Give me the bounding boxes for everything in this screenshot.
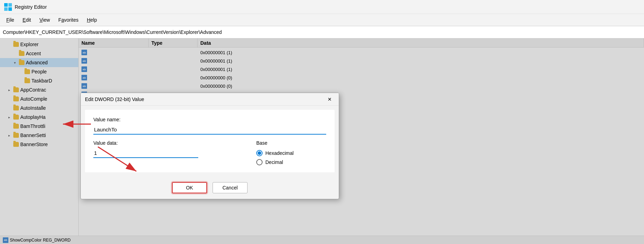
cancel-button[interactable]: Cancel <box>213 182 248 193</box>
dialog-row: Value data: Base Hexadecimal <box>93 140 326 165</box>
dialog-left: Value data: <box>93 140 242 158</box>
radio-group-base: Hexadecimal Decimal <box>256 150 326 165</box>
base-section: Base Hexadecimal Decimal <box>256 140 326 165</box>
menu-favorites[interactable]: Favorites <box>55 16 82 24</box>
dialog-overlay: Edit DWORD (32-bit) Value ✕ Value name: … <box>0 38 644 244</box>
svg-rect-0 <box>4 3 8 7</box>
edit-dword-dialog: Edit DWORD (32-bit) Value ✕ Value name: … <box>80 93 339 199</box>
value-data-input[interactable] <box>93 149 198 158</box>
radio-decimal[interactable]: Decimal <box>256 159 326 165</box>
radio-decimal-circle <box>256 159 263 165</box>
radio-decimal-label: Decimal <box>265 159 283 165</box>
menu-file[interactable]: File <box>3 16 18 24</box>
dialog-close-button[interactable]: ✕ <box>325 94 335 104</box>
address-bar: Computer\HKEY_CURRENT_USER\Software\Micr… <box>0 26 644 38</box>
main-content: Explorer Accent Advanced People TaskbarD… <box>0 38 644 244</box>
value-name-label: Value name: <box>93 117 326 122</box>
address-path: Computer\HKEY_CURRENT_USER\Software\Micr… <box>3 29 222 35</box>
app-title: Registry Editor <box>15 4 47 10</box>
menu-view[interactable]: View <box>36 16 53 24</box>
value-data-label: Value data: <box>93 140 242 146</box>
menu-edit[interactable]: Edit <box>19 16 35 24</box>
app-icon <box>4 3 12 11</box>
menu-help[interactable]: Help <box>83 16 100 24</box>
radio-hexadecimal-label: Hexadecimal <box>265 150 294 156</box>
dialog-body: Value name: Value data: Base Hexadecimal <box>85 110 335 172</box>
svg-rect-1 <box>8 3 12 7</box>
svg-rect-2 <box>4 7 8 11</box>
menu-bar: File Edit View Favorites Help <box>0 14 644 26</box>
base-label: Base <box>256 140 326 146</box>
dialog-title-bar: Edit DWORD (32-bit) Value ✕ <box>81 93 339 106</box>
radio-hexadecimal[interactable]: Hexadecimal <box>256 150 326 156</box>
radio-hexadecimal-circle <box>256 150 263 156</box>
value-name-input[interactable] <box>93 125 326 135</box>
dialog-buttons: OK Cancel <box>81 177 339 199</box>
dialog-title: Edit DWORD (32-bit) Value <box>85 96 144 102</box>
ok-button[interactable]: OK <box>172 182 207 193</box>
svg-rect-3 <box>8 7 12 11</box>
title-bar: Registry Editor <box>0 0 644 14</box>
